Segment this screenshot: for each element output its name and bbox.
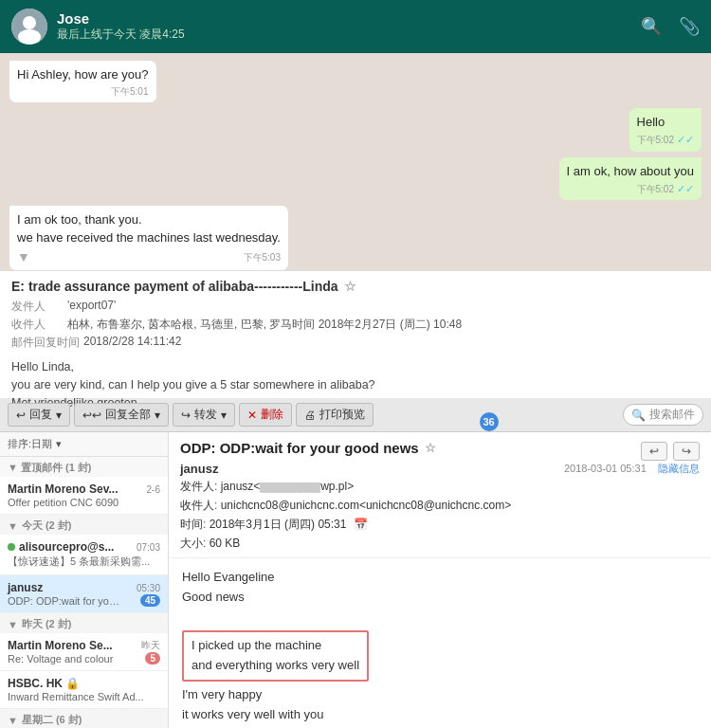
expand-icon[interactable]: ▼ (17, 248, 30, 267)
sidebar-sort[interactable]: 排序:日期 ▾ (0, 432, 168, 457)
email-time: 07:03 (137, 542, 160, 553)
email-search[interactable]: 🔍 搜索邮件 (623, 404, 703, 426)
reply-button[interactable]: ↩ 回复 ▾ (8, 403, 70, 427)
email-meta-to: 收件人 柏林, 布鲁塞尔, 茵本哈根, 马德里, 巴黎, 罗马时间 2018年2… (11, 317, 700, 333)
contact-avatar (11, 9, 47, 45)
time-label: 时间 (180, 518, 203, 531)
good-news-line: Good news (182, 588, 698, 608)
email-from-meta: 发件人: janusz<██████████wp.pl> (180, 479, 700, 495)
expand-icon[interactable]: ▼ (8, 462, 18, 473)
email-actions: ↩ ↪ (641, 442, 700, 461)
bubble-text: I am ok, how about you (567, 163, 694, 180)
chat-bubble-sent: I am ok, how about you 下午5:02 ✓✓ (559, 157, 702, 201)
contact-status: 最后上线于今天 凌晨4:25 (57, 27, 631, 43)
email-sidebar: 排序:日期 ▾ ▼ 置顶邮件 (1 封) Martin Moreno Sev..… (0, 432, 169, 728)
expand-icon[interactable]: ▼ (8, 715, 18, 726)
sort-label: 排序:日期 (8, 437, 52, 451)
email-time: 05:30 (137, 583, 160, 593)
reply-action-button[interactable]: ↩ (641, 442, 667, 461)
email-view-header: ODP: ODP:wait for your good news ☆ ↩ ↪ j… (169, 432, 711, 558)
email-time: 昨天 (141, 639, 160, 652)
pinned-section-label: ▼ 置顶邮件 (1 封) (0, 457, 168, 477)
email-to-meta: 收件人: unichcnc08@unichcnc.com<unichcnc08@… (180, 498, 700, 514)
unread-count-badge: 36 (480, 412, 499, 431)
print-icon: 🖨 (304, 409, 316, 422)
message-time: 下午5:02 (637, 134, 674, 147)
calendar-icon: 📅 (354, 518, 368, 531)
email-time: 2-6 (147, 484, 160, 495)
read-receipt-icon: ✓✓ (677, 182, 694, 196)
chevron-down-icon: ▾ (56, 438, 62, 450)
email-preview-subject: Offer petition CNC 6090 (8, 497, 160, 508)
search-icon: 🔍 (631, 409, 646, 422)
delete-button[interactable]: ✕ 删除 (239, 403, 292, 427)
attach-icon[interactable]: 📎 (679, 16, 700, 37)
read-receipt-icon: ✓✓ (677, 133, 694, 147)
bubble-text: Hi Ashley, how are you? (17, 66, 149, 83)
bubble-text: I am ok too, thank you.we have received … (17, 211, 281, 246)
email-sender-row: Martin Moreno Sev... 2-6 (8, 482, 160, 496)
email-sender-row: alisourcepro@s... 07:03 (8, 540, 160, 554)
message-row: Hi Ashley, how are you? 下午5:01 (9, 61, 702, 102)
svg-point-1 (23, 16, 36, 29)
sender-name: janusz (8, 581, 43, 594)
contact-info: Jose 最后上线于今天 凌晨4:25 (57, 10, 631, 43)
email-preview-subject: Re: Voltage and colour (8, 653, 113, 664)
subject-text: E: trade assurance payment of alibaba---… (11, 279, 338, 294)
to-label: 收件人 (11, 317, 64, 333)
greeting-line: Hello Evangeline (182, 568, 698, 588)
highlighted-line2: and everything works very well (191, 656, 359, 676)
from-label: 发件人 (180, 480, 214, 493)
highlighted-content: I picked up the machine and everything w… (182, 630, 369, 682)
email-toolbar: ↩ 回复 ▾ ↩↩ 回复全部 ▾ ↪ 转发 ▾ ✕ 删除 🖨 打印预览 36 (0, 398, 711, 432)
body-line2: it works very well with you (182, 705, 698, 725)
to-value: unichcnc08@unichcnc.com<unichcnc08@unich… (221, 499, 512, 512)
star-icon[interactable]: ☆ (425, 441, 436, 455)
forward-button[interactable]: ↪ 转发 ▾ (173, 403, 235, 427)
email-preview-subject: ODP: ODP:wait for you... (8, 595, 121, 607)
from-value: janusz<██████████wp.pl> (221, 480, 355, 493)
to-label: 收件人 (180, 499, 214, 512)
sender-name: alisourcepro@s... (19, 540, 114, 554)
email-date-main: 2018-03-01 05:31 隐藏信息 (564, 462, 700, 476)
monday-section-label: ▼ 星期二 (6 封) (0, 709, 168, 728)
print-button[interactable]: 🖨 打印预览 (296, 403, 374, 427)
email-preview-section: E: trade assurance payment of alibaba---… (0, 270, 711, 398)
expand-icon[interactable]: ▼ (8, 619, 18, 630)
star-icon[interactable]: ☆ (344, 279, 356, 294)
search-icon[interactable]: 🔍 (641, 16, 662, 37)
message-time: 下午5:01 (111, 85, 148, 99)
bubble-meta: ▼ 下午5:03 (17, 248, 281, 267)
sender-name: Martin Moreno Se... (8, 639, 113, 652)
hide-info-link[interactable]: 隐藏信息 (658, 463, 700, 474)
bubble-meta: 下午5:02 ✓✓ (637, 133, 694, 147)
svg-point-2 (18, 29, 41, 45)
dropdown-icon: ▾ (155, 409, 160, 422)
size-value: 60 KB (210, 537, 241, 550)
today-section-label: ▼ 今天 (2 封) (0, 515, 168, 535)
list-item[interactable]: janusz 05:30 ODP: ODP:wait for you... 45 (0, 575, 168, 613)
email-sender-row: Martin Moreno Se... 昨天 (8, 639, 160, 652)
size-label: 大小 (180, 537, 203, 550)
chat-bubble-received: I am ok too, thank you.we have received … (9, 206, 288, 270)
reply-all-button[interactable]: ↩↩ 回复全部 ▾ (74, 403, 169, 427)
list-item[interactable]: alisourcepro@s... 07:03 【惊讶速递】5 条最新采购需..… (0, 535, 168, 575)
message-row: Hello 下午5:02 ✓✓ (9, 108, 702, 152)
body-line1: I'm very happy (182, 685, 698, 705)
sender-name: Martin Moreno Sev... (8, 482, 118, 496)
list-item[interactable]: HSBC. HK 🔒 Inward Remittance Swift Ad... (0, 671, 168, 709)
list-item[interactable]: Martin Moreno Se... 昨天 Re: Voltage and c… (0, 633, 168, 671)
sender-name: HSBC. HK 🔒 (8, 677, 80, 690)
email-time-meta: 时间: 2018年3月1日 (周四) 05:31 📅 (180, 517, 700, 533)
expand-icon[interactable]: ▼ (8, 520, 18, 532)
forward-action-button[interactable]: ↪ (673, 442, 700, 461)
email-preview-subject: Inward Remittance Swift Ad... (8, 691, 160, 702)
email-sender-row: HSBC. HK 🔒 (8, 677, 160, 690)
search-placeholder: 搜索邮件 (649, 407, 695, 423)
chat-bubble-sent: Hello 下午5:02 ✓✓ (629, 108, 702, 152)
time-value: 2018年3月1日 (周四) 05:31 (210, 518, 347, 531)
chat-bubble-received: Hi Ashley, how are you? 下午5:01 (9, 61, 156, 102)
body-line2: you are very kind, can I help you give a… (11, 378, 375, 391)
header-icons: 🔍 📎 (641, 16, 700, 37)
list-item[interactable]: Martin Moreno Sev... 2-6 Offer petition … (0, 477, 168, 515)
